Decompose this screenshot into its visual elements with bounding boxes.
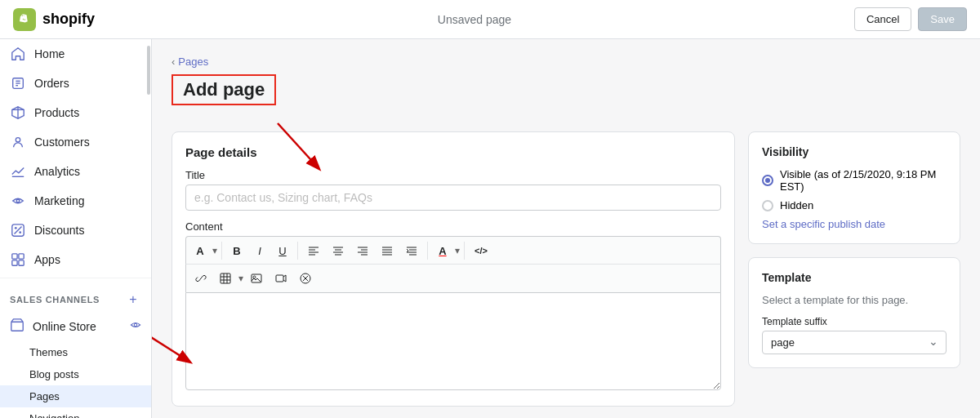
sidebar-sub-item-navigation[interactable]: Navigation (0, 407, 151, 418)
svg-rect-18 (11, 322, 23, 331)
sidebar-item-marketing[interactable]: Marketing (0, 186, 151, 216)
toolbar-sep-3 (427, 242, 428, 260)
page-details-title: Page details (185, 145, 721, 159)
sidebar-item-products[interactable]: Products (0, 98, 151, 127)
sidebar-sub-item-pages[interactable]: Pages (0, 385, 151, 407)
toolbar-justify-btn[interactable] (376, 240, 399, 261)
cards-side: Visibility Visible (as of 2/15/2020, 9:1… (748, 131, 960, 407)
toolbar-text-color-btn[interactable]: A (432, 240, 453, 261)
toolbar-align-right-btn[interactable] (351, 240, 374, 261)
analytics-icon (10, 163, 26, 180)
toolbar-sep-1 (221, 242, 222, 260)
content-field-label: Content (185, 220, 721, 233)
title-field-group: Title (185, 169, 721, 211)
toolbar-image-btn[interactable] (245, 268, 268, 289)
toolbar-remove-format-btn[interactable] (294, 268, 317, 289)
radio-visible-circle (762, 175, 773, 186)
breadcrumb-link[interactable]: Pages (178, 56, 208, 68)
content-field-group: Content A ▾ B I U (185, 220, 721, 393)
add-sales-channel-button[interactable]: + (125, 291, 141, 308)
table-dropdown: ▾ (238, 268, 243, 289)
editor-toolbar-row2: ▾ (185, 264, 721, 292)
sidebar: Home Orders Products Customers Analytics (0, 39, 152, 418)
sidebar-label-home: Home (34, 47, 65, 60)
sidebar-item-apps[interactable]: Apps (0, 245, 151, 274)
sidebar-item-online-store[interactable]: Online Store (0, 311, 151, 341)
template-suffix-label: Template suffix (762, 316, 947, 327)
cancel-button[interactable]: Cancel (854, 7, 911, 31)
scrollbar-thumb (147, 46, 150, 95)
sidebar-item-orders[interactable]: Orders (0, 69, 151, 98)
radio-hidden-label: Hidden (780, 199, 813, 211)
svg-point-10 (15, 227, 17, 229)
sidebar-item-discounts[interactable]: Discounts (0, 216, 151, 245)
sidebar-label-analytics: Analytics (34, 165, 80, 178)
editor-toolbar: A ▾ B I U (185, 236, 721, 265)
page-details-card: Page details Title Content A ▾ B I U (172, 131, 735, 407)
title-input[interactable] (185, 185, 721, 211)
radio-visible-label: Visible (as of 2/15/2020, 9:18 PM EST) (780, 168, 947, 193)
topbar: shopify Unsaved page Cancel Save (0, 0, 980, 39)
scrollbar[interactable] (146, 39, 151, 418)
template-title: Template (762, 271, 947, 284)
save-button[interactable]: Save (918, 7, 967, 31)
logo: shopify (13, 8, 95, 31)
sidebar-sub-item-themes[interactable]: Themes (0, 341, 151, 363)
toolbar-bold-btn[interactable]: B (226, 240, 247, 261)
topbar-actions: Cancel Save (854, 7, 967, 31)
sales-channels-section: SALES CHANNELS + (0, 282, 151, 311)
template-card: Template Select a template for this page… (748, 257, 960, 368)
cards-row: Page details Title Content A ▾ B I U (172, 131, 960, 407)
sidebar-label-marketing: Marketing (34, 194, 84, 207)
template-select[interactable]: page contact faq (762, 331, 947, 354)
page-status-title: Unsaved page (438, 13, 511, 26)
radio-visible[interactable]: Visible (as of 2/15/2020, 9:18 PM EST) (762, 168, 947, 193)
toolbar-sep-2 (297, 242, 298, 260)
toolbar-italic-btn[interactable]: I (249, 240, 270, 261)
title-field-label: Title (185, 169, 721, 181)
svg-rect-43 (220, 273, 230, 283)
visibility-title: Visibility (762, 145, 947, 158)
shopify-icon (13, 8, 36, 31)
logo-text: shopify (42, 11, 95, 28)
toolbar-table-btn[interactable] (214, 268, 237, 289)
radio-hidden[interactable]: Hidden (762, 199, 947, 211)
svg-rect-50 (276, 275, 283, 282)
toolbar-underline-btn[interactable]: U (272, 240, 293, 261)
customers-icon (10, 134, 26, 150)
svg-rect-16 (12, 260, 17, 265)
font-dropdown-arrow: ▾ (212, 240, 217, 261)
svg-point-7 (16, 138, 20, 142)
svg-point-20 (134, 323, 137, 327)
sidebar-label-apps: Apps (34, 253, 60, 266)
visibility-card: Visibility Visible (as of 2/15/2020, 9:1… (748, 131, 960, 244)
publish-date-link[interactable]: Set a specific publish date (762, 218, 947, 230)
svg-point-11 (19, 231, 21, 233)
toolbar-link-btn[interactable] (189, 268, 212, 289)
template-select-wrapper: page contact faq (762, 331, 947, 354)
toolbar-indent-btn[interactable] (400, 240, 423, 261)
discounts-icon (10, 222, 26, 238)
page-heading-box: Add page (172, 74, 276, 105)
toolbar-video-btn[interactable] (270, 268, 292, 289)
toolbar-align-left-btn[interactable] (302, 240, 325, 261)
breadcrumb-chevron: ‹ (172, 56, 175, 68)
toolbar-font-btn[interactable]: A (189, 240, 211, 261)
main-content: ‹ Pages Add page Page details Title (152, 39, 980, 418)
home-icon (10, 46, 26, 62)
toolbar-align-center-btn[interactable] (327, 240, 350, 261)
page-heading: Add page (183, 79, 265, 100)
content-editor[interactable] (185, 292, 721, 390)
sidebar-sub-item-blog-posts[interactable]: Blog posts (0, 363, 151, 385)
sidebar-label-customers: Customers (34, 136, 90, 149)
sidebar-divider (0, 278, 151, 278)
sidebar-item-home[interactable]: Home (0, 39, 151, 69)
toolbar-source-btn[interactable]: </> (469, 240, 493, 261)
sidebar-item-analytics[interactable]: Analytics (0, 157, 151, 186)
sidebar-item-customers[interactable]: Customers (0, 127, 151, 157)
editor-area-container (185, 292, 721, 393)
orders-icon (10, 75, 26, 91)
breadcrumb[interactable]: ‹ Pages (172, 56, 960, 68)
marketing-icon (10, 193, 26, 209)
svg-rect-17 (19, 260, 24, 265)
